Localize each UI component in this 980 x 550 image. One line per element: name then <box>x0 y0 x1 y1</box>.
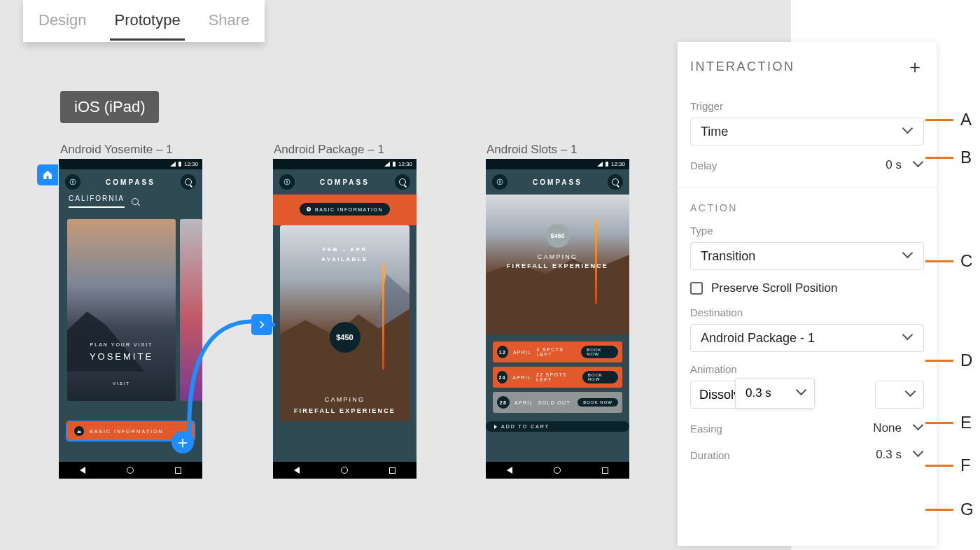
duration-label: Duration <box>690 449 730 461</box>
book-now-button: BOOK NOW <box>578 398 618 407</box>
chevron-down-icon <box>914 423 924 433</box>
location-tabs: CALIFORNIA <box>59 195 202 208</box>
easing-label: Easing <box>690 423 722 435</box>
package-hero: $450 CAMPING FIREFALL EXPERIENCE <box>486 195 629 334</box>
android-status-bar: 12:30 <box>273 159 416 169</box>
android-nav-bar <box>59 462 202 479</box>
callout-letter-b: B <box>960 148 972 167</box>
recents-icon <box>389 467 396 474</box>
callout-line <box>925 465 953 467</box>
app-header: COMPASS <box>486 169 629 195</box>
chevron-down-icon <box>904 333 913 343</box>
app-brand: COMPASS <box>106 178 155 186</box>
animation-select[interactable]: Dissolve <box>690 381 741 409</box>
app-header: COMPASS <box>59 169 202 195</box>
slot-row: 24 APRIL 22 SPOTS LEFT BOOK NOW <box>493 367 622 388</box>
menu-icon <box>492 174 507 190</box>
next-card-peek <box>180 219 202 401</box>
callout-line <box>925 119 953 121</box>
android-nav-bar <box>486 462 629 479</box>
add-interaction-button[interactable]: ＋ <box>906 55 924 79</box>
slots-list: 12 APRIL 4 SPOTS LEFT BOOK NOW 24 APRIL … <box>486 334 629 413</box>
wire-destination-marker[interactable] <box>251 314 272 335</box>
tab-design[interactable]: Design <box>24 1 100 41</box>
android-status-bar: 12:30 <box>59 159 202 169</box>
callout-letter-f: F <box>960 456 971 475</box>
callout-line <box>925 509 953 511</box>
callout-line <box>925 260 953 262</box>
callout-letter-c: C <box>960 251 972 271</box>
home-artboard-flag[interactable] <box>37 164 58 185</box>
callout-line <box>925 360 953 362</box>
home-icon <box>127 467 134 474</box>
delay-label: Delay <box>690 160 717 171</box>
animation-extra-select[interactable] <box>875 381 924 409</box>
price-badge: $450 <box>546 224 570 248</box>
artboard-package[interactable]: 12:30 COMPASS BASIC INFORMATION FEB – AP… <box>273 159 416 479</box>
destination-select[interactable]: Android Package - 1 <box>690 324 924 352</box>
search-icon <box>181 174 196 190</box>
artboard-slots[interactable]: 12:30 COMPASS $450 CAMPING FIREFALL EXPE… <box>486 159 629 479</box>
back-icon <box>80 467 85 474</box>
chevron-down-icon <box>906 390 916 400</box>
recents-icon <box>175 467 181 474</box>
chevron-down-icon <box>904 127 913 136</box>
device-badge[interactable]: iOS (iPad) <box>60 91 159 123</box>
android-nav-bar <box>273 462 416 479</box>
mountain-icon <box>74 426 84 436</box>
back-icon <box>294 467 300 474</box>
slot-row: 28 APRIL SOLD OUT BOOK NOW <box>493 392 622 413</box>
mode-tabs: Design Prototype Share <box>23 0 265 42</box>
recents-icon <box>602 467 608 474</box>
type-label: Type <box>690 225 924 237</box>
menu-icon <box>279 174 295 190</box>
animation-label: Animation <box>690 363 924 375</box>
app-header: COMPASS <box>273 169 416 195</box>
add-interaction-handle[interactable]: ＋ <box>172 431 194 453</box>
animation-duration-popup[interactable]: 0.3 s <box>735 378 815 409</box>
easing-select[interactable]: None <box>873 421 924 435</box>
type-select[interactable]: Transition <box>690 242 924 270</box>
trigger-select[interactable]: Time <box>690 118 924 146</box>
slot-row: 12 APRIL 4 SPOTS LEFT BOOK NOW <box>493 341 622 362</box>
callout-letter-e: E <box>960 413 972 432</box>
search-icon <box>132 198 139 205</box>
callout-line <box>925 157 953 159</box>
duration-field[interactable]: 0.3 s <box>876 448 924 462</box>
artboard-label[interactable]: Android Yosemite – 1 <box>60 143 173 157</box>
callout-line <box>925 422 953 424</box>
tab-share[interactable]: Share <box>195 1 264 41</box>
tab-prototype[interactable]: Prototype <box>100 1 194 41</box>
callout-letter-d: D <box>960 351 972 370</box>
android-status-bar: 12:30 <box>486 159 629 169</box>
search-icon <box>608 174 623 190</box>
preserve-scroll-checkbox[interactable]: Preserve Scroll Position <box>690 281 924 295</box>
search-icon <box>395 174 410 190</box>
delay-field[interactable]: 0 s <box>886 158 924 172</box>
book-now-button: BOOK NOW <box>581 346 618 358</box>
chevron-down-icon <box>904 251 913 261</box>
add-to-cart-button: ADD TO CART <box>486 421 629 432</box>
home-icon <box>341 467 348 474</box>
interaction-panel: INTERACTION ＋ Trigger Time Delay 0 s ACT… <box>678 42 937 546</box>
artboard-label[interactable]: Android Slots – 1 <box>486 143 577 157</box>
app-brand: COMPASS <box>533 178 582 186</box>
callout-letter-g: G <box>960 500 974 519</box>
price-badge: $450 <box>330 322 360 353</box>
destination-card: PLAN YOUR VISIT YOSEMITE VISIT <box>67 219 176 401</box>
chevron-down-icon <box>914 450 924 460</box>
destination-label: Destination <box>690 306 924 318</box>
tab-california: CALIFORNIA <box>69 195 125 208</box>
artboard-label[interactable]: Android Package – 1 <box>274 143 384 157</box>
book-now-button: BOOK NOW <box>582 371 618 383</box>
chevron-down-icon <box>797 388 807 398</box>
canvas[interactable]: Design Prototype Share iOS (iPad) Androi… <box>0 0 791 550</box>
checkbox-icon <box>690 282 703 295</box>
action-section-label: ACTION <box>690 202 924 213</box>
package-card: FEB – APRAVAILABLE $450 CAMPING FIREFALL… <box>280 225 410 421</box>
basic-information-chip: BASIC INFORMATION <box>300 203 390 216</box>
back-icon <box>507 467 512 474</box>
panel-title: INTERACTION <box>690 59 795 74</box>
menu-icon <box>65 174 80 190</box>
chevron-down-icon <box>307 207 311 211</box>
